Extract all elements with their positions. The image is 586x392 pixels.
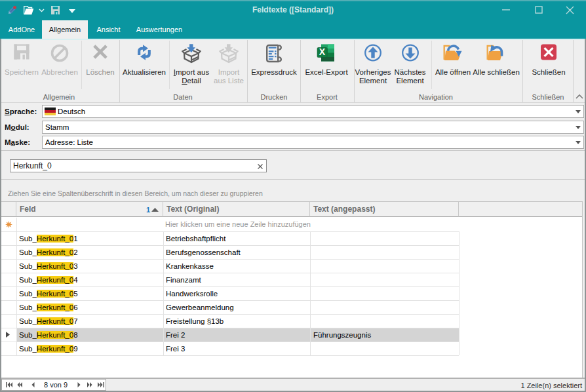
- svg-text:X: X: [319, 47, 326, 57]
